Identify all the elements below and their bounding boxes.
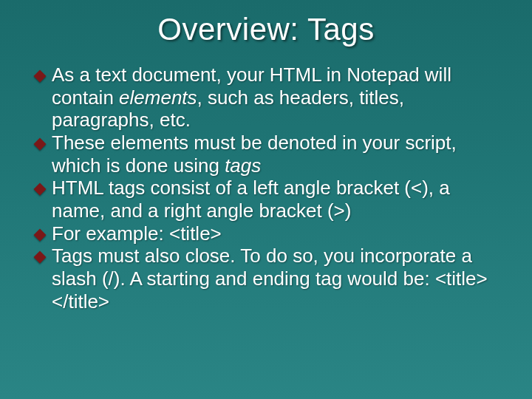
list-item: For example: <title> [35, 222, 502, 245]
bullet-text: For example: <title> [52, 222, 502, 245]
list-item: These elements must be denoted in your s… [35, 132, 502, 177]
bullet-icon [34, 138, 47, 151]
slide: Overview: Tags As a text document, your … [0, 0, 532, 399]
bullet-text: As a text document, your HTML in Notepad… [52, 64, 502, 132]
slide-title: Overview: Tags [22, 12, 510, 47]
bullet-text: These elements must be denoted in your s… [52, 132, 502, 177]
bullet-icon [34, 228, 47, 241]
bullet-text: Tags must also close. To do so, you inco… [52, 245, 502, 313]
bullet-text: HTML tags consist of a left angle bracke… [52, 177, 502, 222]
bullet-icon [34, 183, 47, 196]
bullet-icon [34, 70, 47, 83]
list-item: HTML tags consist of a left angle bracke… [35, 177, 502, 222]
slide-content: As a text document, your HTML in Notepad… [22, 64, 510, 313]
list-item: As a text document, your HTML in Notepad… [35, 64, 502, 132]
bullet-icon [34, 251, 47, 264]
list-item: Tags must also close. To do so, you inco… [35, 245, 502, 313]
